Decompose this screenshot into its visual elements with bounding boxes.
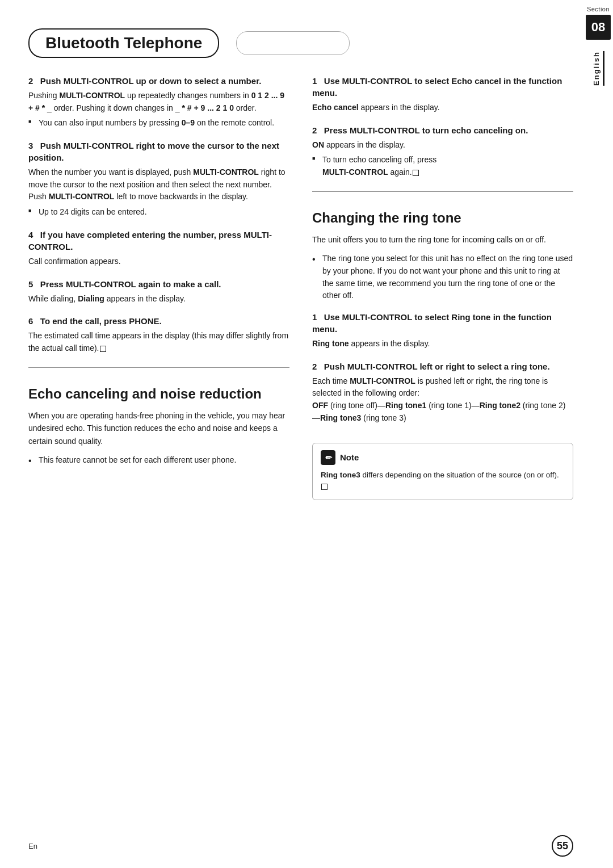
main-content: Bluetooth Telephone 2 Push MULTI-CONTROL… bbox=[28, 28, 573, 500]
ring-bullet-1: The ring tone you select for this unit h… bbox=[312, 253, 573, 302]
step-5-body: While dialing, Dialing appears in the di… bbox=[28, 293, 289, 305]
note-header: ✏ Note bbox=[321, 450, 565, 465]
square-symbol-3 bbox=[321, 484, 328, 490]
echo-bullets: This feature cannot be set for each diff… bbox=[28, 454, 289, 467]
step-5: 5 Press MULTI-CONTROL again to make a ca… bbox=[28, 278, 289, 305]
step-2-heading: 2 Push MULTI-CONTROL up or down to selec… bbox=[28, 75, 289, 87]
ring-step-1-body: Ring tone appears in the display. bbox=[312, 338, 573, 350]
step-3-heading: 3 Push MULTI-CONTROL right to move the c… bbox=[28, 140, 289, 163]
step-2-body: Pushing MULTI-CONTROL up repeatedly chan… bbox=[28, 90, 289, 114]
left-column: 2 Push MULTI-CONTROL up or down to selec… bbox=[28, 75, 289, 500]
section-number: 08 bbox=[586, 15, 611, 40]
step-4-body: Call confirmation appears. bbox=[28, 255, 289, 268]
step-3-bullet-1: Up to 24 digits can be entered. bbox=[28, 206, 289, 219]
header-row: Bluetooth Telephone bbox=[28, 28, 573, 58]
ring-step-2: 2 Push MULTI-CONTROL left or right to se… bbox=[312, 360, 573, 425]
page-title: Bluetooth Telephone bbox=[45, 34, 202, 52]
square-symbol bbox=[100, 346, 106, 352]
echo-step-2: 2 Press MULTI-CONTROL to turn echo cance… bbox=[312, 124, 573, 179]
echo-intro: When you are operating hands-free phonin… bbox=[28, 409, 289, 447]
echo-step-2-body: ON appears in the display. bbox=[312, 139, 573, 152]
echo-step-1-body: Echo cancel appears in the display. bbox=[312, 102, 573, 114]
echo-bullet-1: This feature cannot be set for each diff… bbox=[28, 454, 289, 467]
square-symbol-2 bbox=[413, 170, 419, 176]
ring-step-1-heading: 1 Use MULTI-CONTROL to select Ring tone … bbox=[312, 311, 573, 335]
step-5-heading: 5 Press MULTI-CONTROL again to make a ca… bbox=[28, 278, 289, 290]
step-4-heading: 4 If you have completed entering the num… bbox=[28, 229, 289, 253]
echo-step-1: 1 Use MULTI-CONTROL to select Echo cance… bbox=[312, 75, 573, 114]
step-2: 2 Push MULTI-CONTROL up or down to selec… bbox=[28, 75, 289, 129]
page: Section 08 English Bluetooth Telephone 2… bbox=[0, 0, 613, 868]
step-6: 6 To end the call, press PHONE. The esti… bbox=[28, 315, 289, 354]
echo-step-1-heading: 1 Use MULTI-CONTROL to select Echo cance… bbox=[312, 75, 573, 99]
echo-step-2-bullet-1: To turn echo canceling off, pressMULTI-C… bbox=[312, 154, 573, 178]
page-title-box: Bluetooth Telephone bbox=[28, 28, 219, 58]
ring-intro: The unit offers you to turn the ring ton… bbox=[312, 233, 573, 246]
step-6-heading: 6 To end the call, press PHONE. bbox=[28, 315, 289, 327]
echo-step-2-heading: 2 Press MULTI-CONTROL to turn echo cance… bbox=[312, 124, 573, 136]
step-3: 3 Push MULTI-CONTROL right to move the c… bbox=[28, 140, 289, 219]
step-6-body: The estimated call time appears in the d… bbox=[28, 330, 289, 354]
note-label: Note bbox=[340, 452, 359, 462]
language-label: English bbox=[592, 51, 604, 86]
step-3-bullets: Up to 24 digits can be entered. bbox=[28, 206, 289, 219]
ring-step-1: 1 Use MULTI-CONTROL to select Ring tone … bbox=[312, 311, 573, 350]
ring-step-2-heading: 2 Push MULTI-CONTROL left or right to se… bbox=[312, 360, 573, 372]
ring-section-heading: Changing the ring tone bbox=[312, 209, 573, 227]
note-body: Ring tone3 differs depending on the situ… bbox=[321, 469, 565, 493]
step-2-bullets: You can also input numbers by pressing 0… bbox=[28, 117, 289, 129]
step-3-body: When the number you want is displayed, p… bbox=[28, 166, 289, 203]
ring-step-2-body: Each time MULTI-CONTROL is pushed left o… bbox=[312, 375, 573, 425]
footer-page: 55 bbox=[552, 835, 573, 857]
footer: En 55 bbox=[28, 835, 573, 857]
page-number: 55 bbox=[552, 835, 573, 857]
header-section-oval bbox=[236, 31, 350, 55]
echo-section-heading: Echo canceling and noise reduction bbox=[28, 385, 289, 402]
ring-bullets: The ring tone you select for this unit h… bbox=[312, 253, 573, 302]
section-label: Section bbox=[587, 6, 610, 12]
step-4: 4 If you have completed entering the num… bbox=[28, 229, 289, 268]
right-column: 1 Use MULTI-CONTROL to select Echo cance… bbox=[312, 75, 573, 500]
divider bbox=[28, 367, 289, 368]
right-sidebar: Section 08 English bbox=[583, 0, 613, 868]
step-2-bullet-1: You can also input numbers by pressing 0… bbox=[28, 117, 289, 129]
note-icon: ✏ bbox=[321, 450, 335, 465]
right-divider bbox=[312, 191, 573, 192]
two-column-layout: 2 Push MULTI-CONTROL up or down to selec… bbox=[28, 75, 573, 500]
note-box: ✏ Note Ring tone3 differs depending on t… bbox=[312, 443, 573, 501]
echo-step-2-bullets: To turn echo canceling off, pressMULTI-C… bbox=[312, 154, 573, 178]
footer-language: En bbox=[28, 842, 37, 850]
